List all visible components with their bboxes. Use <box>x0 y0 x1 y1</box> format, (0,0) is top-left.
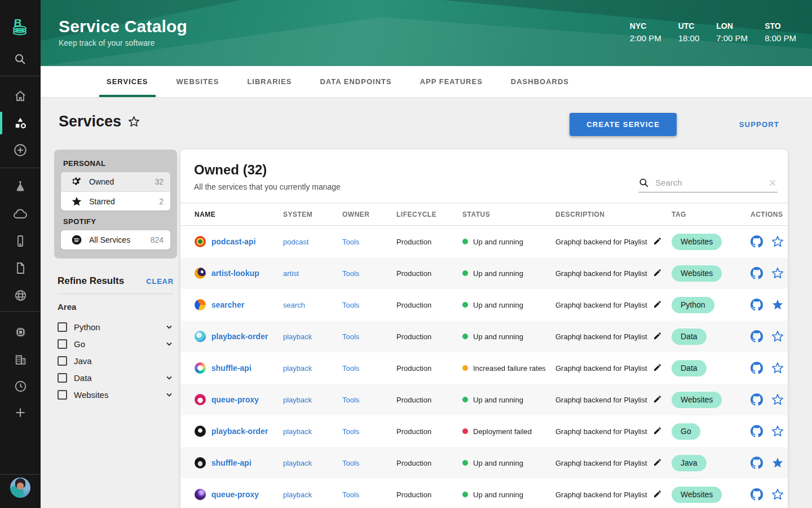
checkbox[interactable] <box>58 373 67 383</box>
star-filled-icon[interactable] <box>771 299 784 311</box>
filter-item-all-services[interactable]: All Services 824 <box>61 230 170 249</box>
owner-link[interactable]: Tools <box>342 491 359 499</box>
system-link[interactable]: playback <box>283 459 312 467</box>
flask-icon[interactable] <box>0 178 41 194</box>
edit-pencil-icon[interactable] <box>653 331 662 342</box>
tag-badge[interactable]: Data <box>672 360 707 376</box>
edit-pencil-icon[interactable] <box>653 363 662 374</box>
tag-badge[interactable]: Websites <box>672 487 722 503</box>
owner-link[interactable]: Tools <box>342 459 359 467</box>
chevron-down-icon[interactable] <box>165 339 174 348</box>
service-name-link[interactable]: playback-order <box>211 427 268 436</box>
star-outline-icon[interactable] <box>771 488 784 501</box>
edit-pencil-icon[interactable] <box>653 300 662 310</box>
clear-filters-button[interactable]: CLEAR <box>146 277 174 286</box>
chevron-down-icon[interactable] <box>165 390 174 399</box>
service-name-link[interactable]: queue-proxy <box>211 490 259 499</box>
star-outline-icon[interactable] <box>771 330 784 343</box>
system-link[interactable]: playback <box>283 427 312 436</box>
tag-badge[interactable]: Java <box>672 455 707 471</box>
favorite-page-star-icon[interactable] <box>128 116 140 128</box>
chevron-down-icon[interactable] <box>165 373 174 382</box>
github-icon[interactable] <box>751 457 763 469</box>
chevron-down-icon[interactable] <box>165 322 174 331</box>
tag-badge[interactable]: Data <box>672 329 707 345</box>
tab-data-endpoints[interactable]: DATA ENDPOINTS <box>306 66 405 97</box>
mobile-icon[interactable] <box>0 233 41 249</box>
edit-pencil-icon[interactable] <box>653 395 662 405</box>
system-link[interactable]: playback <box>283 332 312 341</box>
area-option-websites[interactable]: Websites <box>58 386 174 403</box>
tag-badge[interactable]: Websites <box>672 234 722 250</box>
chip-icon[interactable] <box>0 324 41 340</box>
github-icon[interactable] <box>751 235 763 248</box>
area-option-java[interactable]: Java <box>58 352 174 369</box>
clock-icon[interactable] <box>0 378 41 394</box>
docs-icon[interactable] <box>0 260 41 276</box>
system-link[interactable]: playback <box>283 396 312 404</box>
filter-item-owned[interactable]: Owned 32 <box>61 172 170 191</box>
github-icon[interactable] <box>751 362 763 374</box>
service-name-link[interactable]: searcher <box>211 300 244 309</box>
service-name-link[interactable]: shuffle-api <box>211 458 251 467</box>
system-link[interactable]: podcast <box>283 238 309 246</box>
area-option-go[interactable]: Go <box>58 335 174 352</box>
home-icon[interactable] <box>0 88 41 104</box>
edit-pencil-icon[interactable] <box>653 426 662 437</box>
tag-badge[interactable]: Go <box>672 423 700 440</box>
owner-link[interactable]: Tools <box>342 396 359 404</box>
backstage-logo-icon[interactable]: B <box>0 16 41 37</box>
github-icon[interactable] <box>751 488 763 501</box>
github-icon[interactable] <box>751 299 763 311</box>
github-icon[interactable] <box>751 330 763 343</box>
service-name-link[interactable]: playback-order <box>211 332 268 341</box>
owner-link[interactable]: Tools <box>342 269 359 278</box>
owner-link[interactable]: Tools <box>342 364 359 373</box>
search-input[interactable] <box>655 178 767 187</box>
star-outline-icon[interactable] <box>771 362 784 374</box>
github-icon[interactable] <box>751 267 763 279</box>
web-globe-icon[interactable] <box>0 287 41 303</box>
github-icon[interactable] <box>751 425 763 437</box>
owner-link[interactable]: Tools <box>342 301 359 309</box>
checkbox[interactable] <box>58 356 67 366</box>
search-icon[interactable] <box>0 51 41 68</box>
area-option-python[interactable]: Python <box>58 318 174 335</box>
create-service-button[interactable]: CREATE SERVICE <box>570 113 677 136</box>
tag-badge[interactable]: Websites <box>672 392 722 408</box>
checkbox[interactable] <box>58 390 67 400</box>
service-name-link[interactable]: podcast-api <box>211 237 256 246</box>
edit-pencil-icon[interactable] <box>653 237 662 247</box>
tab-websites[interactable]: WEBSITES <box>162 66 233 97</box>
star-outline-icon[interactable] <box>771 267 784 279</box>
system-link[interactable]: search <box>283 301 305 309</box>
create-plus-circle-icon[interactable] <box>0 142 41 158</box>
add-plus-icon[interactable] <box>0 405 41 421</box>
tab-services[interactable]: SERVICES <box>92 66 162 97</box>
clear-search-icon[interactable] <box>767 178 778 188</box>
edit-pencil-icon[interactable] <box>653 268 662 279</box>
service-name-link[interactable]: queue-proxy <box>211 395 259 404</box>
edit-pencil-icon[interactable] <box>653 458 662 468</box>
star-outline-icon[interactable] <box>771 425 784 437</box>
service-name-link[interactable]: shuffle-api <box>211 364 251 373</box>
star-filled-icon[interactable] <box>771 457 784 469</box>
checkbox[interactable] <box>58 322 67 332</box>
star-outline-icon[interactable] <box>771 235 784 248</box>
area-option-data[interactable]: Data <box>58 369 174 386</box>
tag-badge[interactable]: Python <box>672 297 714 313</box>
system-link[interactable]: playback <box>283 364 312 373</box>
star-outline-icon[interactable] <box>771 393 784 406</box>
github-icon[interactable] <box>751 393 763 406</box>
cloud-icon[interactable] <box>0 206 41 222</box>
support-link[interactable]: SUPPORT <box>739 120 779 129</box>
edit-pencil-icon[interactable] <box>653 489 662 500</box>
service-name-link[interactable]: artist-lookup <box>211 269 259 278</box>
owner-link[interactable]: Tools <box>342 427 359 436</box>
catalog-icon[interactable] <box>0 115 41 131</box>
checkbox[interactable] <box>58 339 67 349</box>
owner-link[interactable]: Tools <box>342 238 359 246</box>
user-avatar[interactable] <box>0 478 41 498</box>
tab-libraries[interactable]: LIBRARIES <box>233 66 306 97</box>
filter-item-starred[interactable]: Starred 2 <box>61 191 170 211</box>
